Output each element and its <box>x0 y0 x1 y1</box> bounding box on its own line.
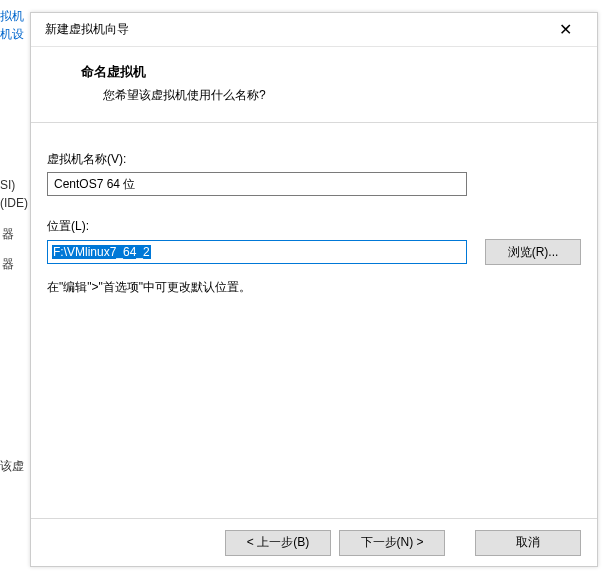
next-button[interactable]: 下一步(N) > <box>339 530 445 556</box>
vm-name-input[interactable] <box>47 172 467 196</box>
close-icon: ✕ <box>559 20 572 39</box>
location-hint: 在"编辑">"首选项"中可更改默认位置。 <box>47 279 581 296</box>
location-input-value: F:\VMlinux7_64_2 <box>52 245 151 259</box>
location-label: 位置(L): <box>47 218 581 235</box>
bg-text-2: (IDE) <box>0 196 28 210</box>
wizard-header: 命名虚拟机 您希望该虚拟机使用什么名称? <box>31 47 597 123</box>
vm-name-label: 虚拟机名称(V): <box>47 151 581 168</box>
bg-text-4: 器 <box>2 256 14 273</box>
browse-button[interactable]: 浏览(R)... <box>485 239 581 265</box>
wizard-footer: < 上一步(B) 下一步(N) > 取消 <box>31 518 597 566</box>
location-input[interactable]: F:\VMlinux7_64_2 <box>47 240 467 264</box>
back-button[interactable]: < 上一步(B) <box>225 530 331 556</box>
dialog-title: 新建虚拟机向导 <box>45 21 129 38</box>
bg-text-1: SI) <box>0 178 15 192</box>
wizard-content: 虚拟机名称(V): 位置(L): F:\VMlinux7_64_2 浏览(R).… <box>31 123 597 518</box>
wizard-step-title: 命名虚拟机 <box>55 63 573 81</box>
close-button[interactable]: ✕ <box>545 15 585 45</box>
bg-link-1: 拟机 <box>0 8 24 25</box>
bg-text-3: 器 <box>2 226 14 243</box>
background-window-fragments: 拟机 机设 SI) (IDE) 器 器 该虚 <box>0 0 30 574</box>
new-vm-wizard-dialog: 新建虚拟机向导 ✕ 命名虚拟机 您希望该虚拟机使用什么名称? 虚拟机名称(V):… <box>30 12 598 567</box>
titlebar: 新建虚拟机向导 ✕ <box>31 13 597 47</box>
bg-text-5: 该虚 <box>0 458 24 475</box>
bg-link-2: 机设 <box>0 26 24 43</box>
wizard-step-subtitle: 您希望该虚拟机使用什么名称? <box>55 87 573 104</box>
cancel-button[interactable]: 取消 <box>475 530 581 556</box>
location-row: F:\VMlinux7_64_2 浏览(R)... <box>47 239 581 265</box>
